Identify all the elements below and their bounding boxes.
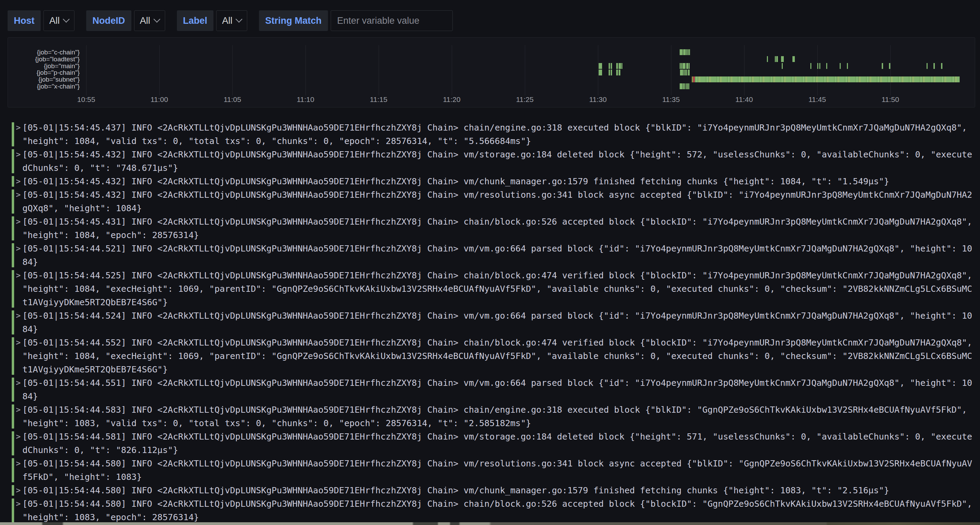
- log-level-indicator: [12, 431, 14, 455]
- expand-log-icon[interactable]: >: [16, 403, 21, 430]
- histogram-bar: [782, 63, 783, 69]
- histogram-bar: [680, 63, 681, 69]
- chevron-down-icon: [235, 16, 242, 23]
- log-line-text: [05-01|15:54:44.521] INFO <2AcRkXTLLtQjv…: [22, 242, 973, 269]
- x-tick-label: 11:50: [875, 95, 906, 104]
- expand-log-icon[interactable]: >: [16, 484, 21, 497]
- x-gridline: [379, 45, 379, 95]
- label-label: Label: [177, 10, 214, 31]
- log-level-indicator: [12, 485, 14, 496]
- log-line-text: [05-01|15:54:44.580] INFO <2AcRkXTLLtQjv…: [22, 484, 973, 497]
- log-row[interactable]: >[05-01|15:54:44.551] INFO <2AcRkXTLLtQj…: [12, 376, 980, 403]
- nodeid-picker[interactable]: All: [134, 10, 165, 31]
- chevron-down-icon: [63, 16, 70, 23]
- host-label: Host: [8, 10, 41, 31]
- log-row[interactable]: >[05-01|15:54:44.552] INFO <2AcRkXTLLtQj…: [12, 336, 980, 376]
- log-line-text: [05-01|15:54:45.437] INFO <2AcRkXTLLtQjv…: [22, 121, 973, 148]
- histogram-bar: [934, 63, 935, 69]
- histogram-bar: [616, 70, 618, 75]
- histogram-bar: [599, 70, 602, 75]
- x-tick-label: 11:20: [436, 95, 467, 104]
- nodeid-picker-value: All: [140, 16, 150, 26]
- histogram-bar: [775, 56, 776, 62]
- log-row[interactable]: >[05-01|15:54:44.525] INFO <2AcRkXTLLtQj…: [12, 269, 980, 309]
- histogram-bar: [687, 63, 688, 69]
- histogram-bar: [685, 70, 686, 75]
- histogram-bar: [817, 63, 818, 69]
- chevron-down-icon: [153, 16, 160, 23]
- log-line-text: [05-01|15:54:44.524] INFO <2AcRkXTLLtQjv…: [22, 309, 973, 336]
- expand-log-icon[interactable]: >: [16, 174, 21, 188]
- log-row[interactable]: >[05-01|15:54:44.583] INFO <2AcRkXTLLtQj…: [12, 403, 980, 430]
- legend-item: {job="c-chain"}: [8, 49, 80, 56]
- log-row[interactable]: >[05-01|15:54:44.580] INFO <2AcRkXTLLtQj…: [12, 457, 980, 484]
- x-gridline: [671, 45, 671, 95]
- log-row[interactable]: >[05-01|15:54:45.432] INFO <2AcRkXTLLtQj…: [12, 188, 980, 215]
- expand-log-icon[interactable]: >: [16, 188, 21, 215]
- expand-log-icon[interactable]: >: [16, 121, 21, 148]
- histogram-bar: [689, 63, 690, 69]
- log-line-text: [05-01|15:54:44.581] INFO <2AcRkXTLLtQjv…: [22, 430, 973, 457]
- histogram-bar: [776, 56, 778, 62]
- expand-log-icon[interactable]: >: [16, 457, 21, 484]
- log-row[interactable]: >[05-01|15:54:44.524] INFO <2AcRkXTLLtQj…: [12, 309, 980, 336]
- expand-log-icon[interactable]: >: [16, 430, 21, 457]
- log-level-indicator: [12, 122, 14, 146]
- histogram-bar: [681, 63, 682, 69]
- histogram-bar: [781, 56, 783, 62]
- expand-log-icon[interactable]: >: [16, 336, 21, 376]
- expand-log-icon[interactable]: >: [16, 242, 21, 269]
- log-line-text: [05-01|15:54:44.551] INFO <2AcRkXTLLtQjv…: [22, 376, 973, 403]
- expand-log-icon[interactable]: >: [16, 497, 21, 524]
- variable-label: Label All: [177, 10, 248, 31]
- x-tick-label: 10:55: [71, 95, 102, 104]
- x-tick-label: 11:15: [363, 95, 394, 104]
- histogram-bar: [619, 63, 621, 69]
- expand-log-icon[interactable]: >: [16, 269, 21, 309]
- expand-log-icon[interactable]: >: [16, 215, 21, 242]
- variable-string-match: String Match: [259, 10, 453, 31]
- x-tick-label: 11:05: [217, 95, 248, 104]
- nodeid-label: NodeID: [86, 10, 131, 31]
- string-match-input[interactable]: [331, 10, 453, 31]
- histogram-bar: [609, 63, 610, 69]
- label-picker[interactable]: All: [216, 10, 247, 31]
- x-gridline: [890, 45, 891, 95]
- log-row[interactable]: >[05-01|15:54:44.581] INFO <2AcRkXTLLtQj…: [12, 430, 980, 457]
- log-row[interactable]: >[05-01|15:54:45.431] INFO <2AcRkXTLLtQj…: [12, 215, 980, 242]
- histogram-bar: [927, 63, 928, 69]
- histogram-bar: [688, 83, 689, 89]
- log-row[interactable]: >[05-01|15:54:44.521] INFO <2AcRkXTLLtQj…: [12, 242, 980, 269]
- expand-log-icon[interactable]: >: [16, 148, 21, 174]
- expand-log-icon[interactable]: >: [16, 376, 21, 403]
- expand-log-icon[interactable]: >: [16, 309, 21, 336]
- histogram-bar: [689, 49, 690, 55]
- log-row[interactable]: >[05-01|15:54:44.580] INFO <2AcRkXTLLtQj…: [12, 484, 980, 497]
- x-tick-label: 11:00: [144, 95, 175, 104]
- log-level-indicator: [12, 216, 14, 241]
- log-level-indicator: [12, 337, 14, 375]
- variable-host: Host All: [8, 10, 75, 31]
- histogram-bar: [687, 49, 689, 55]
- x-gridline: [159, 45, 160, 95]
- log-list: >[05-01|15:54:45.437] INFO <2AcRkXTLLtQj…: [12, 121, 980, 524]
- histogram-bar: [683, 49, 686, 55]
- log-level-indicator: [12, 377, 14, 402]
- x-gridline: [817, 45, 818, 95]
- log-volume-panel: {job="c-chain"}{job="loadtest"}{job="mai…: [8, 37, 975, 108]
- log-row[interactable]: >[05-01|15:54:45.432] INFO <2AcRkXTLLtQj…: [12, 174, 980, 188]
- log-row[interactable]: >[05-01|15:54:45.432] INFO <2AcRkXTLLtQj…: [12, 148, 980, 174]
- log-row[interactable]: >[05-01|15:54:45.437] INFO <2AcRkXTLLtQj…: [12, 121, 980, 148]
- legend-item: {job="loadtest"}: [8, 56, 80, 63]
- log-level-indicator: [12, 458, 14, 482]
- log-row[interactable]: >[05-01|15:54:44.580] INFO <2AcRkXTLLtQj…: [12, 497, 980, 524]
- log-level-indicator: [12, 498, 14, 523]
- legend-item: {job="x-chain"}: [8, 83, 80, 90]
- log-line-text: [05-01|15:54:45.432] INFO <2AcRkXTLLtQjv…: [22, 174, 973, 188]
- histogram-bar: [599, 63, 602, 69]
- x-tick-label: 11:35: [655, 95, 687, 104]
- x-gridline: [232, 45, 233, 95]
- histogram-bar: [882, 63, 883, 69]
- host-picker[interactable]: All: [43, 10, 75, 31]
- legend-item: {job="subnet"}: [8, 76, 80, 83]
